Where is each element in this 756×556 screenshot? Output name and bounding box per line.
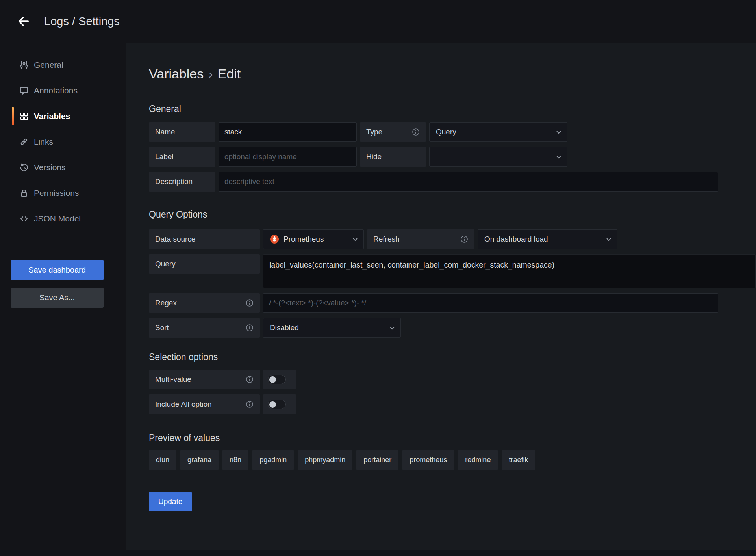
sort-field-label: Sort (149, 318, 260, 338)
sidebar-item-links[interactable]: Links (0, 129, 126, 154)
sort-select[interactable]: Disabled (263, 318, 401, 338)
save-dashboard-button[interactable]: Save dashboard (11, 260, 104, 280)
query-input[interactable]: label_values(container_last_seen, contai… (263, 254, 756, 288)
query-options-heading: Query Options (149, 209, 756, 220)
info-icon[interactable] (246, 400, 254, 408)
back-arrow-icon[interactable] (16, 13, 32, 29)
info-icon[interactable] (460, 235, 468, 243)
link-icon (19, 137, 29, 147)
sliders-icon (19, 60, 29, 70)
chevron-down-icon (352, 236, 359, 243)
sidebar-item-permissions[interactable]: Permissions (0, 180, 126, 206)
preview-value-chip[interactable]: diun (149, 450, 176, 470)
chevron-down-icon (389, 324, 396, 331)
info-icon[interactable] (246, 324, 254, 332)
sidebar-item-annotations[interactable]: Annotations (0, 78, 126, 103)
grid-icon (19, 112, 29, 121)
preview-value-chip[interactable]: n8n (222, 450, 248, 470)
regex-field-label: Regex (149, 293, 260, 313)
preview-values: diun grafana n8n pgadmin phpmyadmin port… (149, 450, 756, 470)
name-field-label: Name (149, 122, 215, 142)
preview-value-chip[interactable]: grafana (180, 450, 219, 470)
update-button[interactable]: Update (149, 492, 192, 511)
include-all-toggle-box (263, 394, 296, 414)
sidebar-item-label: Variables (34, 112, 70, 121)
preview-value-chip[interactable]: portainer (356, 450, 398, 470)
refresh-select[interactable]: On dashboard load (478, 229, 617, 249)
prometheus-icon (270, 234, 279, 244)
multi-value-field-label: Multi-value (149, 370, 260, 389)
settings-sidebar: General Annotations Variables (0, 52, 126, 231)
label-field-label: Label (149, 147, 215, 167)
header: Logs / Settings (0, 0, 756, 43)
include-all-toggle[interactable] (268, 400, 286, 409)
sidebar-item-variables[interactable]: Variables (0, 103, 126, 129)
chevron-down-icon (605, 236, 612, 243)
description-input[interactable] (219, 172, 718, 192)
history-icon (19, 163, 29, 172)
description-field-label: Description (149, 172, 215, 192)
multi-value-row: Multi-value (149, 370, 756, 389)
save-as-button[interactable]: Save As... (11, 288, 104, 308)
include-all-row: Include All option (149, 394, 756, 414)
type-select[interactable]: Query (429, 122, 567, 142)
datasource-refresh-row: Data source Prometheus Refresh On d (149, 229, 756, 249)
chevron-down-icon (555, 128, 562, 136)
query-field-label: Query (149, 254, 260, 274)
info-icon[interactable] (246, 376, 254, 383)
sidebar-item-label: Permissions (34, 188, 79, 198)
hide-select[interactable] (429, 147, 567, 167)
page-title-current: Edit (218, 66, 241, 81)
page-title-separator: › (204, 66, 217, 81)
preview-heading: Preview of values (149, 433, 756, 443)
chevron-down-icon (555, 153, 562, 160)
page-breadcrumb-title: Logs / Settings (44, 15, 120, 28)
toggle-knob (269, 376, 276, 383)
code-icon (19, 214, 29, 223)
toggle-knob (269, 401, 276, 408)
info-icon[interactable] (412, 128, 420, 136)
multi-value-toggle[interactable] (268, 375, 286, 384)
type-field-label: Type (360, 122, 426, 142)
preview-value-chip[interactable]: pgadmin (252, 450, 294, 470)
description-row: Description (149, 172, 756, 192)
preview-value-chip[interactable]: traefik (502, 450, 535, 470)
page-title: Variables›Edit (149, 66, 756, 82)
include-all-field-label: Include All option (149, 394, 260, 414)
preview-value-chip[interactable]: prometheus (402, 450, 454, 470)
selection-options-heading: Selection options (149, 352, 756, 363)
label-hide-row: Label Hide (149, 147, 756, 167)
regex-row: Regex (149, 293, 756, 313)
datasource-select[interactable]: Prometheus (263, 229, 364, 249)
sidebar-item-label: Annotations (34, 86, 78, 95)
variables-edit-panel: Variables›Edit General Name Type Query L… (126, 43, 756, 550)
sort-row: Sort Disabled (149, 318, 756, 338)
sidebar-item-label: Links (34, 137, 53, 147)
comment-icon (19, 86, 29, 95)
datasource-field-label: Data source (149, 229, 260, 249)
info-icon[interactable] (246, 299, 254, 307)
regex-input[interactable] (263, 293, 718, 313)
name-input[interactable] (219, 122, 357, 142)
sidebar-item-general[interactable]: General (0, 52, 126, 78)
sidebar-item-label: JSON Model (34, 214, 81, 223)
preview-value-chip[interactable]: redmine (458, 450, 498, 470)
label-input[interactable] (219, 147, 357, 167)
preview-value-chip[interactable]: phpmyadmin (298, 450, 352, 470)
lock-icon (19, 188, 29, 198)
sidebar-item-versions[interactable]: Versions (0, 154, 126, 180)
page-title-section: Variables (149, 66, 204, 81)
general-section-heading: General (149, 104, 756, 114)
sidebar-item-label: Versions (34, 163, 66, 172)
hide-field-label: Hide (360, 147, 426, 167)
multi-value-toggle-box (263, 370, 296, 389)
query-row: Query label_values(container_last_seen, … (149, 254, 756, 288)
name-type-row: Name Type Query (149, 122, 756, 142)
sidebar-item-label: General (34, 60, 63, 70)
refresh-field-label: Refresh (367, 229, 474, 249)
sidebar-item-json-model[interactable]: JSON Model (0, 206, 126, 231)
